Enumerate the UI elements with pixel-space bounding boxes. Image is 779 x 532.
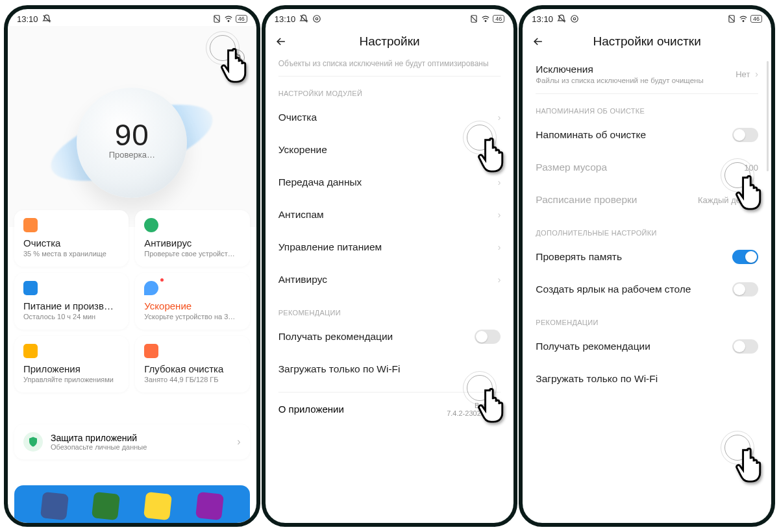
row-value: Каждый день: [698, 195, 750, 205]
no-sim-icon: [727, 14, 736, 23]
row-get-recommendations[interactable]: Получать рекомендации: [278, 320, 501, 353]
row-speed[interactable]: Ускорение: [278, 134, 501, 166]
no-sim-icon: [469, 14, 478, 23]
page-title: Настройки очистки: [593, 34, 701, 49]
toggle-check-memory[interactable]: [732, 250, 758, 264]
card-title: Антивирус: [144, 237, 240, 248]
status-bar: 13:10 46: [523, 9, 771, 26]
status-time: 13:10: [17, 14, 38, 24]
card-app-protection[interactable]: Защита приложений Обезопасьте личные дан…: [14, 424, 250, 459]
dnd-icon: [299, 14, 308, 23]
app-bar: Настройки: [266, 26, 514, 57]
version-value: 7.4.2-230201.1.2: [447, 409, 501, 417]
row-remind[interactable]: Напоминать об очистке: [536, 119, 758, 151]
card-power[interactable]: Питание и произв… Осталось 10 ч 24 мин: [14, 273, 129, 330]
card-subtitle: Обезопасьте личные данные: [51, 443, 229, 451]
svg-point-1: [228, 21, 229, 22]
row-wifi-only[interactable]: Загружать только по Wi-Fi: [278, 353, 501, 385]
back-button[interactable]: [275, 35, 288, 48]
row-about[interactable]: О приложении Версия: 7.4.2-230201.1.2: [278, 392, 501, 426]
facebook-icon: [40, 492, 69, 520]
gear-icon: [312, 14, 321, 23]
row-subtitle: Файлы из списка исключений не будут очищ…: [536, 77, 703, 84]
row-label: Исключения: [536, 64, 703, 75]
chevron-right-icon: ›: [755, 69, 758, 79]
row-wifi-only[interactable]: Загружать только по Wi-Fi: [536, 363, 758, 395]
chevron-right-icon: ›: [498, 177, 501, 187]
settings-gear-button[interactable]: [228, 49, 245, 66]
card-title: Глубокая очистка: [144, 363, 240, 374]
battery-indicator: 46: [750, 15, 762, 23]
row-get-recommendations[interactable]: Получать рекомендации: [536, 330, 758, 363]
row-schedule: Расписание проверки Каждый день ⇅: [536, 184, 758, 216]
phone-settings: 13:10 46 Настройки Объекты из списка иск…: [262, 5, 518, 527]
app-bar: Настройки очистки: [523, 26, 771, 57]
card-deep-clean[interactable]: Глубокая очистка Занято 44,9 ГБ/128 ГБ: [135, 336, 249, 393]
row-check-memory[interactable]: Проверять память: [536, 241, 758, 273]
no-sim-icon: [212, 14, 221, 23]
row-data[interactable]: Передача данных ›: [278, 166, 501, 199]
score-status: Проверка…: [109, 150, 155, 160]
chevron-right-icon: ›: [498, 112, 501, 123]
mail-icon: [143, 492, 172, 520]
back-button[interactable]: [532, 35, 545, 48]
battery-indicator: 46: [493, 15, 504, 23]
dnd-icon: [557, 14, 566, 23]
card-cleaner[interactable]: Очистка 35 % места в хранилище: [14, 210, 129, 267]
toggle-recommendations[interactable]: [475, 330, 501, 344]
row-trash-size: Размер мусора 100: [536, 151, 758, 184]
score-value: 90: [109, 117, 155, 152]
card-antivirus[interactable]: Антивирус Проверьте свое устройст…: [135, 210, 249, 267]
chevron-right-icon: ›: [498, 210, 501, 220]
toggle-recommendations[interactable]: [732, 339, 758, 354]
row-value: Нет: [736, 69, 750, 79]
phone-cleaner-settings: 13:10 46 Настройки очистки Исключения Фа…: [519, 5, 775, 527]
gallery-icon: [195, 492, 224, 520]
card-title: Питание и произв…: [23, 300, 119, 311]
row-label: Напоминать об очистке: [536, 129, 646, 141]
status-bar: 13:10 46: [8, 9, 256, 26]
gear-icon: [231, 53, 241, 63]
row-label: Получать рекомендации: [536, 341, 650, 352]
feature-grid: Очистка 35 % места в хранилище Антивирус…: [14, 210, 250, 393]
svg-point-10: [743, 21, 744, 22]
chevron-right-icon: ›: [498, 274, 501, 285]
status-time: 13:10: [532, 14, 553, 24]
wifi-icon: [481, 14, 490, 23]
row-label: Антивирус: [278, 274, 327, 285]
toggle-remind[interactable]: [732, 128, 758, 142]
shield-green-icon: [92, 492, 121, 520]
row-label: Создать ярлык на рабочем столе: [536, 284, 691, 295]
row-antispam[interactable]: Антиспам ›: [278, 199, 501, 231]
svg-point-8: [571, 16, 578, 23]
battery-indicator: 46: [236, 15, 247, 23]
promo-bar[interactable]: [14, 485, 250, 523]
row-label: Загружать только по Wi-Fi: [278, 363, 401, 375]
row-shortcut[interactable]: Создать ярлык на рабочем столе: [536, 273, 758, 306]
toggle-shortcut[interactable]: [732, 282, 758, 296]
chevron-right-icon: ›: [498, 242, 501, 252]
row-label: Получать рекомендации: [278, 331, 393, 343]
battery-icon: [23, 281, 38, 295]
score-dial[interactable]: 90 Проверка…: [54, 65, 210, 221]
trash-icon: [23, 218, 38, 232]
chevron-right-icon: ›: [237, 436, 240, 448]
updown-icon: ⇅: [752, 196, 758, 204]
row-label: Управление питанием: [278, 241, 382, 253]
svg-point-2: [235, 56, 238, 59]
svg-point-3: [315, 18, 318, 20]
section-recommendations: РЕКОМЕНДАЦИИ: [278, 309, 501, 317]
row-label: Ускорение: [278, 144, 327, 156]
wifi-icon: [224, 14, 233, 23]
card-title: Ускорение: [144, 300, 240, 311]
row-antivirus[interactable]: Антивирус ›: [278, 263, 501, 296]
row-power[interactable]: Управление питанием ›: [278, 231, 501, 263]
card-apps[interactable]: Приложения Управляйте приложениями: [14, 336, 129, 393]
card-boost[interactable]: Ускорение Ускорьте устройство на 3…: [135, 273, 249, 330]
svg-point-6: [485, 21, 486, 22]
card-subtitle: 35 % места в хранилище: [23, 250, 119, 258]
check-icon: [144, 218, 158, 232]
row-cleaner[interactable]: Очистка ›: [278, 101, 501, 134]
row-exclusions[interactable]: Исключения Файлы из списка исключений не…: [536, 57, 758, 94]
section-modules: НАСТРОЙКИ МОДУЛЕЙ: [278, 90, 501, 97]
